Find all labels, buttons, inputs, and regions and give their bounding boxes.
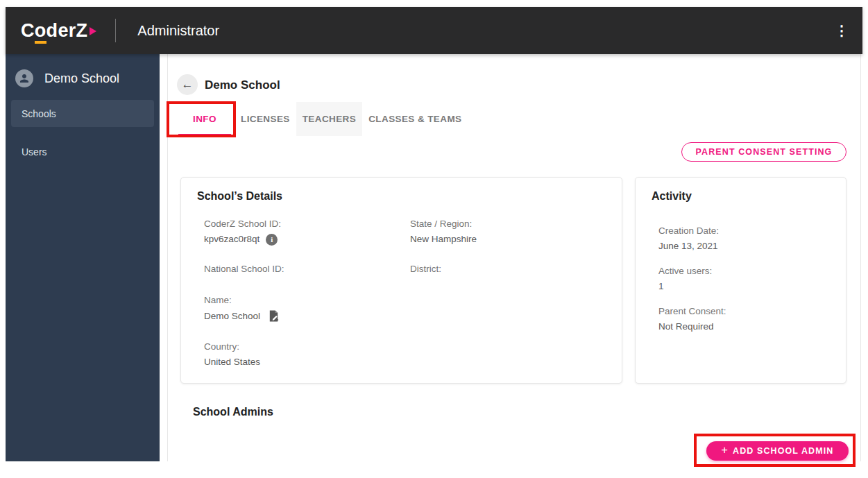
- active-users-value: 1: [658, 280, 712, 293]
- school-admins-title: School Admins: [193, 406, 273, 418]
- tab-licenses[interactable]: LICENSES: [235, 102, 296, 136]
- content-right-border: [860, 54, 861, 461]
- tab-teachers[interactable]: TEACHERS: [296, 102, 362, 136]
- sidebar-item-schools[interactable]: Schools: [11, 100, 154, 127]
- content-left-border: [167, 54, 168, 461]
- edit-name-icon[interactable]: [267, 309, 280, 323]
- field-creation-date: Creation Date: June 13, 2021: [658, 225, 719, 253]
- tab-classes-teams[interactable]: CLASSES & TEAMS: [362, 102, 468, 136]
- main-content: ← Demo School INFO LICENSES TEACHERS CLA…: [160, 54, 862, 461]
- info-icon[interactable]: i: [266, 234, 278, 246]
- coderz-logo-arrow-icon: [90, 27, 96, 35]
- top-app-bar: CoderZ Administrator ⋮: [6, 7, 862, 54]
- topbar-title: Administrator: [137, 23, 219, 39]
- tab-info[interactable]: INFO: [175, 102, 235, 136]
- field-name: Name: Demo School: [204, 294, 280, 323]
- field-coderz-school-id: CoderZ School ID: kpv6zac0r8qt i: [204, 218, 281, 246]
- sidebar-school-name: Demo School: [44, 71, 119, 86]
- parent-consent-value: Not Required: [658, 321, 726, 333]
- sidebar-item-label: Schools: [22, 108, 56, 119]
- activity-card-title: Activity: [652, 190, 692, 203]
- field-active-users: Active users: 1: [658, 265, 712, 293]
- coderz-school-id-value: kpv6zac0r8qt: [204, 233, 259, 246]
- school-avatar-icon: [15, 69, 33, 87]
- topbar-divider: [115, 19, 116, 42]
- sidebar-item-users[interactable]: Users: [11, 138, 154, 165]
- kebab-menu-icon[interactable]: ⋮: [831, 21, 853, 40]
- tab-bar: INFO LICENSES TEACHERS CLASSES & TEAMS: [175, 102, 468, 136]
- plus-icon: +: [722, 444, 729, 456]
- page-title: Demo School: [205, 78, 280, 92]
- field-district: District:: [410, 263, 441, 278]
- add-school-admin-button[interactable]: + ADD SCHOOL ADMIN: [706, 441, 849, 461]
- back-button[interactable]: ←: [177, 74, 198, 95]
- creation-date-value: June 13, 2021: [658, 240, 719, 253]
- sidebar-school-header: Demo School: [6, 54, 160, 100]
- activity-card: Activity Creation Date: June 13, 2021 Ac…: [635, 177, 846, 384]
- field-country: Country: United States: [204, 341, 260, 368]
- sidebar-item-label: Users: [22, 146, 47, 157]
- back-arrow-icon: ←: [182, 78, 194, 92]
- add-school-admin-label: ADD SCHOOL ADMIN: [733, 446, 833, 456]
- state-region-value: New Hampshire: [410, 233, 477, 246]
- field-national-school-id: National School ID:: [204, 263, 284, 278]
- country-value: United States: [204, 356, 260, 368]
- field-state-region: State / Region: New Hampshire: [410, 218, 477, 246]
- school-details-card: School’s Details CoderZ School ID: kpv6z…: [180, 177, 622, 384]
- field-parent-consent: Parent Consent: Not Required: [658, 305, 726, 333]
- parent-consent-setting-button[interactable]: PARENT CONSENT SETTING: [681, 142, 846, 162]
- school-name-value: Demo School: [204, 310, 260, 323]
- sidebar: Demo School Schools Users: [6, 54, 160, 461]
- school-details-card-title: School’s Details: [197, 190, 282, 203]
- coderz-logo-text: CoderZ: [21, 20, 87, 42]
- coderz-logo[interactable]: CoderZ: [21, 20, 96, 42]
- admin-app-window: CoderZ Administrator ⋮ Demo School Schoo…: [6, 7, 862, 461]
